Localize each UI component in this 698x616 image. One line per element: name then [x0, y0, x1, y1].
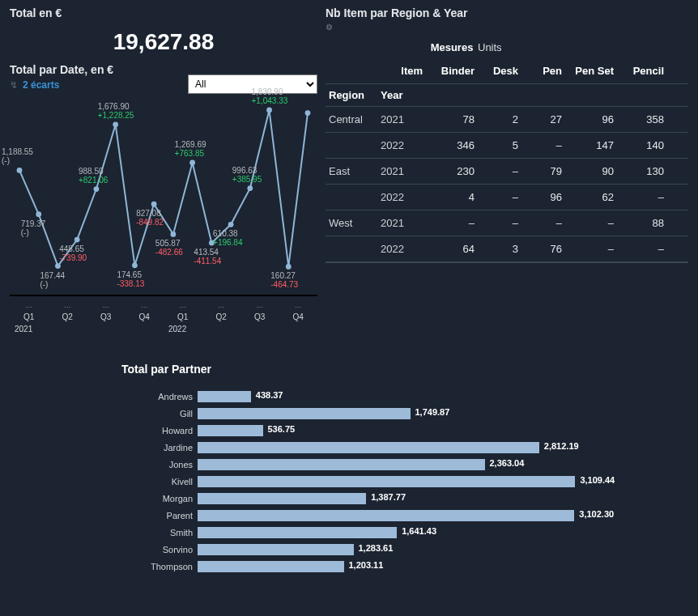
bar-value: 1,283.61: [359, 543, 394, 553]
svg-point-7: [151, 202, 157, 207]
svg-point-3: [74, 237, 80, 243]
table-row: West2021––––88: [326, 210, 688, 236]
data-point-label: 505.87-482.66: [155, 239, 183, 257]
table-row: Central20217822796358: [326, 107, 688, 133]
col-pencil[interactable]: Pencil: [617, 58, 667, 83]
data-point-label: 827.08-849.82: [136, 209, 164, 227]
bar-category: Jardine: [121, 443, 198, 452]
bar-row: Parent3,102.30: [121, 508, 698, 524]
bar-value: 536.75: [268, 424, 296, 434]
col-pen[interactable]: Pen: [521, 58, 565, 83]
table-row: East2021230–7990130: [326, 159, 688, 185]
bar-row: Smith1,641.43: [121, 525, 698, 541]
col-binder[interactable]: Binder: [426, 58, 478, 83]
bar-value: 3,109.44: [580, 475, 615, 485]
year-row: 20212022: [10, 321, 317, 333]
bar-value: 2,363.04: [490, 458, 525, 468]
bar-row: Jardine2,812.19: [121, 440, 698, 456]
bar-row: Gill1,749.87: [121, 406, 698, 422]
bar-fill: [198, 459, 485, 470]
bar-value: 2,812.19: [544, 441, 579, 451]
line-chart: 1,188.55(-)719.37(-)167.44(-)448.65-739.…: [10, 99, 317, 309]
bar-fill: [198, 442, 539, 453]
bar-row: Jones2,363.04: [121, 457, 698, 473]
table-title: Nb Item par Region & Year: [326, 6, 688, 19]
bar-row: Kivell3,109.44: [121, 474, 698, 490]
data-point-label: 1,188.55(-): [2, 147, 33, 165]
svg-point-13: [266, 108, 272, 113]
svg-point-5: [113, 121, 118, 127]
svg-point-0: [17, 168, 23, 173]
data-point-label: 174.65-338.13: [117, 270, 144, 288]
bar-category: Parent: [121, 511, 198, 520]
data-point-label: 1,676.90+1,228.25: [98, 102, 134, 120]
data-point-label: 1,269.69+763.85: [175, 140, 206, 158]
bar-row: Howard536.75: [121, 423, 698, 439]
svg-point-6: [132, 262, 138, 268]
data-point-label: 448.65-739.90: [59, 244, 87, 262]
bar-value: 1,203.11: [349, 560, 384, 570]
header-mesures: Mesures: [426, 36, 478, 58]
svg-point-4: [94, 186, 100, 192]
total-value: 19,627.88: [10, 29, 317, 55]
bar-value: 1,641.43: [402, 526, 436, 536]
bar-category: Andrews: [121, 392, 198, 401]
svg-point-12: [247, 185, 253, 191]
bar-row: Andrews438.37: [121, 389, 698, 405]
bar-value: 438.37: [256, 390, 283, 400]
partner-chart-title: Total par Partner: [121, 363, 698, 376]
header-region: Region: [326, 84, 377, 106]
header-units: Units: [478, 36, 521, 58]
bar-fill: [198, 391, 251, 402]
pivot-table: Mesures Units Item Binder Desk Pen Pen S…: [326, 36, 688, 263]
bar-category: Gill: [121, 409, 198, 418]
bar-fill: [198, 510, 574, 521]
data-point-label: 413.54-411.54: [194, 248, 221, 266]
bar-row: Sorvino1,283.61: [121, 542, 698, 558]
svg-point-15: [305, 110, 311, 116]
header-year: Year: [377, 84, 426, 106]
bar-category: Sorvino: [121, 545, 198, 554]
bar-category: Morgan: [121, 494, 198, 503]
header-item: Item: [377, 58, 426, 83]
svg-point-8: [170, 232, 176, 237]
svg-point-2: [55, 263, 61, 269]
data-point-label: 719.37(-): [21, 219, 46, 237]
data-point-label: 610.38+196.84: [213, 229, 242, 247]
data-point-label: 1,830.90+1,043.33: [252, 87, 288, 105]
bar-fill: [198, 408, 411, 419]
bar-value: 3,102.30: [579, 509, 614, 519]
bar-category: Thompson: [121, 562, 198, 571]
bar-fill: [198, 493, 366, 504]
bar-fill: [198, 544, 354, 555]
table-row: 20224–9662–: [326, 185, 688, 210]
partner-bar-chart: Andrews438.37Gill1,749.87Howard536.75Jar…: [121, 389, 698, 575]
ecarts-link[interactable]: 2 écarts: [23, 79, 59, 91]
bar-category: Kivell: [121, 477, 198, 486]
svg-point-9: [189, 160, 195, 166]
data-point-label: 160.27-464.73: [270, 271, 298, 289]
table-row: 20223465–147140: [326, 133, 688, 159]
bar-fill: [198, 425, 263, 436]
bar-fill: [198, 561, 344, 572]
col-desk[interactable]: Desk: [478, 58, 521, 83]
bar-fill: [198, 527, 397, 538]
total-title: Total en €: [10, 6, 317, 19]
bar-fill: [198, 476, 575, 487]
data-point-label: 996.63+385.95: [232, 166, 262, 184]
table-row: 202264376––: [326, 236, 688, 263]
data-point-label: 167.44(-): [40, 271, 65, 289]
bar-category: Jones: [121, 460, 198, 469]
bar-category: Smith: [121, 528, 198, 537]
svg-point-1: [36, 211, 41, 217]
gear-icon[interactable]: ⚙: [326, 23, 688, 32]
bar-value: 1,387.77: [371, 492, 406, 502]
bar-value: 1,749.87: [415, 407, 450, 417]
col-penset[interactable]: Pen Set: [565, 58, 617, 83]
svg-point-14: [286, 264, 292, 270]
bar-row: Morgan1,387.77: [121, 491, 698, 507]
spark-icon: ↯: [10, 79, 18, 91]
bar-row: Thompson1,203.11: [121, 559, 698, 575]
svg-point-11: [228, 222, 234, 227]
data-point-label: 988.50+821.06: [79, 167, 108, 185]
